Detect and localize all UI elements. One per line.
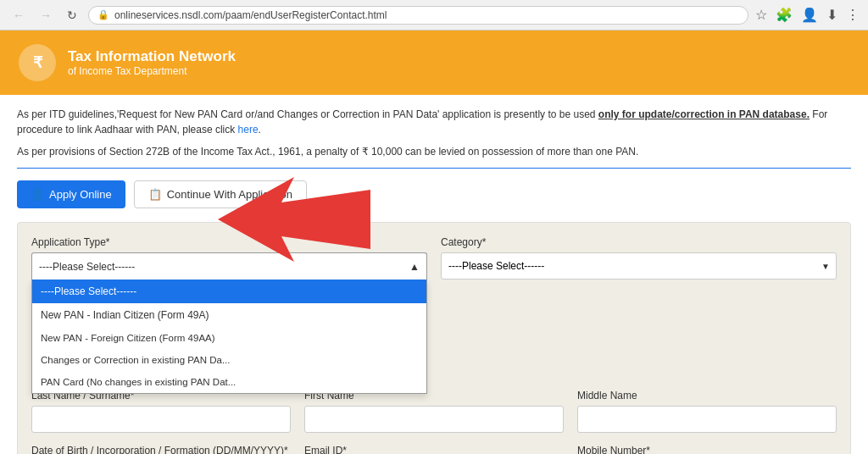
application-type-selected: ----Please Select------ bbox=[39, 261, 135, 273]
apply-icon: 👤 bbox=[31, 188, 44, 201]
first-name-group: First Name bbox=[304, 390, 564, 433]
continue-application-button[interactable]: 📋 Continue With Application bbox=[134, 180, 307, 208]
header-title: Tax Information Network of Income Tax De… bbox=[68, 48, 236, 77]
notice-here-link[interactable]: here bbox=[238, 124, 259, 136]
apply-label: Apply Online bbox=[49, 188, 112, 201]
notice-line1-underline: only for update/correction in PAN databa… bbox=[598, 108, 810, 120]
application-type-header[interactable]: ----Please Select------ ▲ bbox=[31, 252, 427, 280]
mobile-group: Mobile Number* bbox=[577, 445, 837, 454]
header-title-line1: Tax Information Network bbox=[68, 48, 236, 65]
browser-bar: ← → ↻ 🔒 onlineservices.nsdl.com/paam/end… bbox=[0, 0, 868, 30]
continue-label: Continue With Application bbox=[167, 188, 292, 201]
middle-name-label: Middle Name bbox=[577, 390, 837, 401]
dob-label: Date of Birth / Incorporation / Formatio… bbox=[31, 445, 291, 454]
back-button[interactable]: ← bbox=[8, 7, 29, 24]
category-label: Category* bbox=[441, 236, 837, 248]
application-type-group: Application Type* ----Please Select-----… bbox=[31, 236, 427, 280]
mobile-label: Mobile Number* bbox=[577, 445, 837, 454]
dropdown-item-reprint[interactable]: PAN Card (No changes in existing PAN Dat… bbox=[32, 371, 426, 393]
notice-line1-before: As per ITD guidelines,'Request for New P… bbox=[17, 108, 598, 120]
main-content: As per ITD guidelines,'Request for New P… bbox=[0, 95, 868, 454]
reload-button[interactable]: ↻ bbox=[63, 7, 81, 24]
form-area: Application Type* ----Please Select-----… bbox=[17, 222, 851, 454]
application-type-arrow-icon: ▲ bbox=[409, 261, 420, 273]
notice-line2: As per provisions of Section 272B of the… bbox=[17, 144, 851, 159]
form-row-type-category: Application Type* ----Please Select-----… bbox=[31, 236, 837, 280]
middle-name-group: Middle Name bbox=[577, 390, 837, 433]
category-dropdown[interactable]: ----Please Select------ ▼ bbox=[441, 252, 837, 280]
first-name-input[interactable] bbox=[304, 406, 564, 433]
dropdown-item-changes-correction[interactable]: Changes or Correction in existing PAN Da… bbox=[32, 349, 426, 371]
email-label: Email ID* bbox=[304, 445, 564, 454]
category-group: Category* ----Please Select------ ▼ bbox=[441, 236, 837, 280]
download-icon[interactable]: ⬇ bbox=[826, 7, 837, 23]
email-group: Email ID* bbox=[304, 445, 564, 454]
extensions-icon[interactable]: 🧩 bbox=[776, 7, 793, 23]
svg-text:₹: ₹ bbox=[33, 54, 43, 71]
form-row-dob-email-mobile: Date of Birth / Incorporation / Formatio… bbox=[31, 445, 837, 454]
dob-group: Date of Birth / Incorporation / Formatio… bbox=[31, 445, 291, 454]
action-buttons: 👤 Apply Online 📋 Continue With Applicati… bbox=[17, 180, 851, 208]
dropdown-item-new-pan-foreign[interactable]: New PAN - Foreign Citizen (Form 49AA) bbox=[32, 327, 426, 349]
application-type-label: Application Type* bbox=[31, 236, 427, 248]
category-select[interactable]: ----Please Select------ bbox=[441, 252, 837, 280]
forward-button[interactable]: → bbox=[36, 7, 56, 24]
profile-icon[interactable]: 👤 bbox=[801, 7, 818, 23]
apply-online-button[interactable]: 👤 Apply Online bbox=[17, 180, 125, 208]
site-logo: ₹ bbox=[17, 42, 58, 83]
site-header: ₹ Tax Information Network of Income Tax … bbox=[0, 30, 868, 95]
continue-icon: 📋 bbox=[148, 188, 162, 201]
middle-name-input[interactable] bbox=[577, 406, 837, 433]
form-row-names: Last Name / Surname* First Name Middle N… bbox=[31, 390, 837, 433]
last-name-group: Last Name / Surname* bbox=[31, 390, 291, 433]
divider bbox=[17, 168, 851, 169]
address-bar[interactable]: 🔒 onlineservices.nsdl.com/paam/endUserRe… bbox=[88, 6, 748, 25]
last-name-input[interactable] bbox=[31, 406, 291, 433]
application-type-list: ----Please Select------ New PAN - Indian… bbox=[31, 280, 427, 394]
application-type-dropdown[interactable]: ----Please Select------ ▲ ----Please Sel… bbox=[31, 252, 427, 280]
dropdown-item-new-pan-indian[interactable]: New PAN - Indian Citizen (Form 49A) bbox=[32, 303, 426, 327]
dropdown-item-please-select[interactable]: ----Please Select------ bbox=[32, 280, 426, 303]
browser-icons: ☆ 🧩 👤 ⬇ ⋮ bbox=[755, 7, 860, 23]
notice-line1: As per ITD guidelines,'Request for New P… bbox=[17, 107, 851, 137]
url-text: onlineservices.nsdl.com/paam/endUserRegi… bbox=[114, 9, 387, 21]
star-icon[interactable]: ☆ bbox=[755, 7, 767, 23]
menu-icon[interactable]: ⋮ bbox=[846, 7, 860, 23]
header-title-line2: of Income Tax Department bbox=[68, 65, 236, 77]
